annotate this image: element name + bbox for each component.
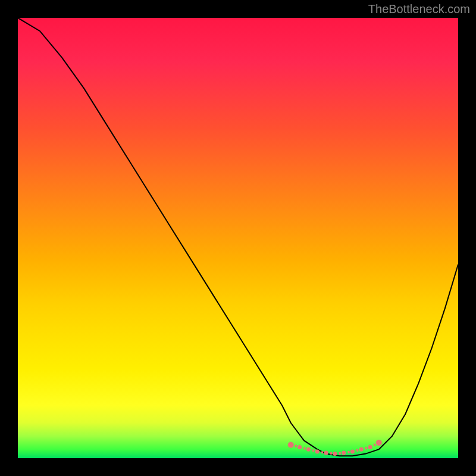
- marker-dot: [376, 440, 382, 446]
- bottleneck-curve-path: [18, 18, 458, 456]
- watermark-text: TheBottleneck.com: [368, 2, 470, 16]
- chart-plot-area: [18, 18, 458, 458]
- curve-svg: [18, 18, 458, 458]
